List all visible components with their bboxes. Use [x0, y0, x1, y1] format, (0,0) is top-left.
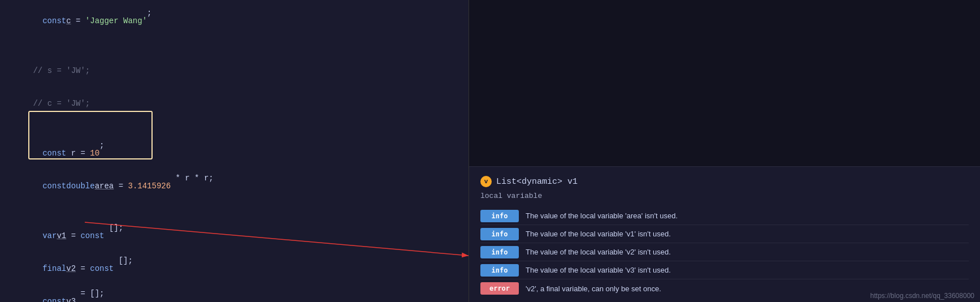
type-icon: v — [480, 176, 492, 187]
type-description: local variable — [480, 192, 969, 200]
diag-badge-info-1: info — [480, 228, 519, 240]
info-panel-top — [469, 0, 980, 166]
code-line: const c = 'Jagger Wang'; — [0, 5, 469, 37]
diag-badge-error-4: error — [480, 282, 519, 295]
code-line: // s = 'JW'; — [0, 54, 469, 87]
diag-badge-info-3: info — [480, 264, 519, 277]
diag-message-4: 'v2', a final variable, can only be set … — [526, 284, 661, 293]
code-line — [0, 120, 469, 137]
code-editor: const c = 'Jagger Wang'; // s = 'JW'; //… — [0, 0, 469, 302]
diag-message-1: The value of the local variable 'v1' isn… — [526, 230, 671, 238]
diagnostic-panel: v List<dynamic> v1 local variable info T… — [469, 166, 980, 302]
url-bar: https://blog.csdn.net/qq_33608000 — [870, 292, 974, 300]
diag-badge-info-0: info — [480, 210, 519, 222]
diag-message-2: The value of the local variable 'v2' isn… — [526, 248, 671, 256]
diag-row-2: info The value of the local variable 'v2… — [480, 243, 969, 261]
diag-row-3: info The value of the local variable 'v3… — [480, 261, 969, 279]
type-header: v List<dynamic> v1 — [480, 176, 969, 187]
diag-row-1: info The value of the local variable 'v1… — [480, 225, 969, 243]
code-line — [0, 202, 469, 219]
code-line: const v3 = []; — [0, 285, 469, 302]
code-line: const double area = 3.1415926 * r * r; — [0, 170, 469, 202]
diag-row-0: info The value of the local variable 'ar… — [480, 207, 969, 225]
diag-badge-info-2: info — [480, 246, 519, 258]
code-line: const r = 10; — [0, 137, 469, 170]
diag-message-3: The value of the local variable 'v3' isn… — [526, 266, 671, 274]
info-panel: v List<dynamic> v1 local variable info T… — [469, 0, 980, 302]
code-line — [0, 37, 469, 54]
code-line: // c = 'JW'; — [0, 87, 469, 120]
type-name: List<dynamic> v1 — [496, 177, 578, 187]
code-line: var v1 = const []; — [0, 219, 469, 252]
diag-message-0: The value of the local variable 'area' i… — [526, 212, 678, 220]
code-line: final v2 = const []; — [0, 252, 469, 285]
